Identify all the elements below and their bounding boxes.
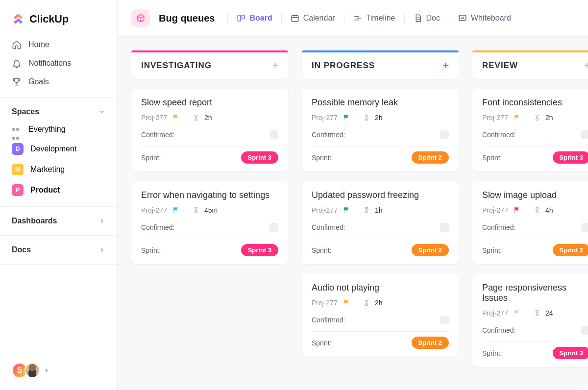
field-label: Confirmed:: [141, 131, 174, 139]
column-in-progress: IN PROGRESS + Possible memory leak Proj-…: [302, 50, 459, 376]
add-card-button[interactable]: +: [442, 59, 449, 72]
time-estimate: 24: [545, 309, 553, 317]
avatar-member[interactable]: [24, 363, 40, 378]
column-review: REVIEW + Font inconsistencies Proj-277 2…: [472, 50, 588, 376]
nav-label: Home: [28, 40, 49, 49]
card-meta: Proj-277 2h: [312, 299, 449, 307]
card-title: Font inconsistencies: [482, 98, 588, 108]
bell-icon: [12, 58, 22, 68]
card[interactable]: Error when navigating to settings Proj-2…: [131, 181, 288, 264]
confirmed-checkbox[interactable]: [270, 223, 278, 232]
confirmed-checkbox[interactable]: [270, 130, 278, 139]
view-doc[interactable]: Doc: [414, 14, 440, 23]
hourglass-icon: [363, 299, 370, 306]
svg-rect-2: [292, 16, 298, 22]
trophy-icon: [12, 77, 22, 87]
card-meta: Proj-277 45m: [141, 206, 278, 214]
chevron-right-icon: [98, 246, 105, 253]
divider: [0, 264, 117, 265]
space-item-product[interactable]: P Product: [0, 180, 117, 200]
card[interactable]: Possible memory leak Proj-277 2h Confirm…: [302, 89, 459, 171]
add-card-button[interactable]: +: [272, 59, 278, 72]
sprint-badge[interactable]: Sprint 2: [553, 244, 588, 256]
doc-icon: [414, 14, 422, 23]
user-avatars[interactable]: S ▼: [12, 363, 49, 378]
chevron-down-icon: [98, 108, 105, 115]
nav-notifications[interactable]: Notifications: [7, 54, 110, 73]
view-calendar[interactable]: Calendar: [291, 14, 335, 23]
sprint-badge[interactable]: Sprint 2: [412, 337, 449, 349]
space-label: Development: [30, 145, 76, 153]
card[interactable]: Updated password freezing Proj-277 1h Co…: [302, 181, 459, 264]
card[interactable]: Slow image upload Proj-277 4h Confirmed:…: [472, 181, 588, 264]
confirmed-checkbox[interactable]: [581, 326, 588, 335]
view-label: Board: [249, 14, 272, 23]
column-investigating: INVESTIGATING + Slow speed report Proj-2…: [131, 50, 288, 376]
card[interactable]: Font inconsistencies Proj-277 2h Confirm…: [472, 89, 588, 171]
sprint-badge[interactable]: Sprint 2: [412, 151, 449, 164]
add-card-button[interactable]: +: [584, 59, 588, 72]
primary-nav: Home Notifications Goals: [0, 35, 117, 91]
space-everything[interactable]: Everything: [0, 120, 117, 139]
time-estimate: 2h: [545, 114, 553, 122]
confirmed-field: Confirmed:: [312, 313, 449, 324]
view-timeline[interactable]: Timeline: [353, 14, 395, 23]
space-badge: D: [12, 143, 24, 155]
card-title: Updated password freezing: [312, 190, 449, 200]
sprint-badge[interactable]: Sprint 3: [553, 347, 588, 359]
hourglass-icon: [534, 114, 540, 121]
card-title: Audio not playing: [312, 283, 449, 293]
dashboards-header[interactable]: Dashboards: [0, 213, 117, 229]
space-item-marketing[interactable]: M Marketing: [0, 159, 117, 180]
time-estimate: 1h: [375, 206, 383, 214]
field-label: Confirmed:: [312, 316, 345, 324]
home-icon: [12, 40, 22, 49]
card[interactable]: Slow speed report Proj-277 2h Confirmed:…: [131, 89, 288, 171]
sprint-badge[interactable]: Sprint 3: [241, 244, 278, 256]
hourglass-icon: [534, 310, 540, 317]
card[interactable]: Audio not playing Proj-277 2h Confirmed:…: [302, 274, 459, 357]
page-icon: [131, 9, 150, 27]
column-title: IN PROGRESS: [312, 61, 375, 71]
hourglass-icon: [193, 207, 199, 214]
nav-goals[interactable]: Goals: [7, 73, 110, 91]
card-title: Error when navigating to settings: [141, 190, 278, 200]
clickup-logo-icon: [11, 12, 25, 26]
hourglass-icon: [534, 207, 540, 214]
card-title: Possible memory leak: [312, 98, 449, 108]
confirmed-field: Confirmed:: [141, 220, 278, 232]
docs-header[interactable]: Docs: [0, 242, 117, 258]
field-label: Sprint:: [141, 154, 161, 162]
card[interactable]: Page responsiveness Issues Proj-277 24 C…: [472, 274, 588, 367]
divider: [404, 13, 405, 24]
confirmed-checkbox[interactable]: [440, 223, 449, 232]
space-badge: M: [12, 164, 24, 175]
confirmed-checkbox[interactable]: [581, 223, 588, 232]
project-id: Proj-277: [482, 114, 508, 122]
brand-logo[interactable]: ClickUp: [0, 0, 117, 35]
nav-home[interactable]: Home: [7, 35, 110, 54]
project-id: Proj-277: [141, 206, 167, 214]
confirmed-field: Confirmed:: [312, 127, 449, 139]
field-label: Sprint:: [482, 246, 502, 254]
view-label: Doc: [426, 14, 440, 23]
sprint-field: Sprint: Sprint 3: [141, 146, 278, 164]
confirmed-checkbox[interactable]: [440, 130, 449, 139]
flag-icon: [513, 206, 521, 214]
view-whiteboard[interactable]: Whiteboard: [458, 14, 511, 23]
spaces-header[interactable]: Spaces: [0, 103, 117, 120]
project-id: Proj-277: [482, 206, 508, 214]
sprint-field: Sprint: Sprint 3: [482, 341, 588, 359]
view-board[interactable]: Board: [237, 14, 272, 23]
hourglass-icon: [363, 207, 370, 214]
page-title: Bug queues: [159, 13, 215, 24]
space-item-development[interactable]: D Development: [0, 139, 117, 159]
confirmed-checkbox[interactable]: [581, 130, 588, 139]
sprint-badge[interactable]: Sprint 3: [241, 151, 278, 164]
divider: [0, 235, 117, 236]
sprint-badge[interactable]: Sprint 2: [412, 244, 449, 256]
whiteboard-icon: [458, 14, 467, 23]
card-meta: Proj-277 2h: [141, 114, 278, 122]
sprint-badge[interactable]: Sprint 3: [553, 151, 588, 164]
confirmed-checkbox[interactable]: [440, 316, 449, 324]
